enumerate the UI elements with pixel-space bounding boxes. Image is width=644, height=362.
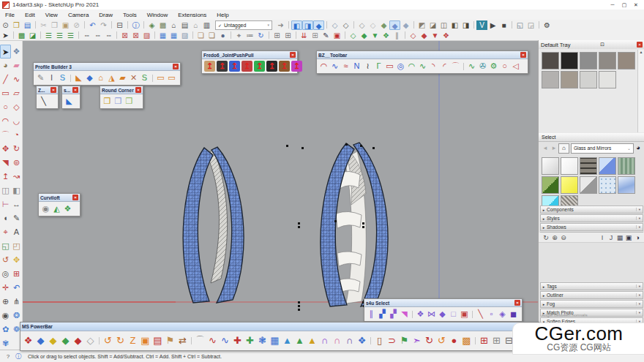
pin-icon[interactable]: ⊡ <box>600 42 604 48</box>
extension-tool-a-icon[interactable]: ❂ <box>11 309 22 323</box>
cut-icon[interactable]: ✂ <box>38 20 49 30</box>
material-swatch[interactable] <box>561 157 578 175</box>
section-menu-icon[interactable]: ▾ <box>636 216 643 220</box>
panel-section-shadows[interactable]: ▸Shadows▾ <box>540 223 643 231</box>
scene-remove-icon[interactable]: ⊖ <box>559 233 568 242</box>
grid-panel-a-icon[interactable]: ▦ <box>157 31 168 40</box>
3d-text-tool-icon[interactable]: A <box>11 225 22 239</box>
view-front-icon[interactable]: ◆ <box>313 20 324 30</box>
material-swatch[interactable] <box>580 176 597 194</box>
loop-purple-icon[interactable]: ∩ <box>318 333 331 349</box>
in-model-home-icon[interactable]: ⌂ <box>558 143 569 154</box>
arc-tool-icon[interactable]: ◠ <box>0 114 11 128</box>
style-monochrome-icon[interactable]: ◆ <box>400 20 411 30</box>
pb-extrude-icon[interactable]: ◣ <box>73 72 84 83</box>
diamond-blue-icon[interactable]: ◆ <box>34 333 47 349</box>
quad-tools-b-icon[interactable]: ◆ <box>359 31 370 40</box>
section-menu-icon[interactable]: ▾ <box>636 284 643 288</box>
scrollbar[interactable]: ▲ <box>637 50 644 132</box>
view-iso-icon[interactable]: ◧ <box>291 20 302 30</box>
bz-edit-icon[interactable]: ∿ <box>466 61 477 72</box>
s4u-line-icon[interactable]: ╲ <box>475 309 486 320</box>
pb-profile-spline-icon[interactable]: S <box>57 72 68 83</box>
pb-smart-path-icon[interactable]: S <box>139 72 150 83</box>
selection-c-icon[interactable]: ▼ <box>430 31 441 40</box>
shadow-date-icon[interactable]: ◩ <box>416 20 427 30</box>
sharp-corner-icon[interactable]: ❒ <box>113 96 124 107</box>
send-purple-icon[interactable]: ➣ <box>411 333 423 349</box>
save-icon[interactable]: ▤ <box>22 20 33 30</box>
scroll-up-icon[interactable]: ▲ <box>640 50 643 54</box>
scene-update-icon[interactable]: ↻ <box>542 233 550 242</box>
bz-bezier-icon[interactable]: ∿ <box>329 61 340 72</box>
s4u-select-faces-icon[interactable]: ▞ <box>388 309 399 320</box>
model-info-icon[interactable]: ⓘ <box>130 20 141 30</box>
bz-circle-icon[interactable]: ◎ <box>395 61 406 72</box>
material-swatch[interactable] <box>561 71 578 88</box>
magnet-red-icon[interactable]: ⊃ <box>386 333 398 349</box>
pair-diamond-icon[interactable]: ❖ <box>22 333 34 349</box>
spiral-orange-icon[interactable]: ↺ <box>102 333 114 349</box>
pb-path-icon[interactable]: ▰ <box>117 72 128 83</box>
protractor-tool-icon[interactable]: ◖ <box>0 211 11 225</box>
cart-red-icon[interactable]: ⊞ <box>478 333 490 349</box>
jpp-extrude-icon[interactable]: ↥ <box>279 61 290 72</box>
material-swatch[interactable] <box>618 52 635 69</box>
dash-a-icon[interactable]: ╍ <box>81 31 92 40</box>
erase-icon[interactable]: ⊘ <box>71 20 82 30</box>
bz-square-icon[interactable]: ▭ <box>384 61 395 72</box>
line-tool-icon[interactable]: ╱ <box>0 72 11 86</box>
s4u-select-vertical-icon[interactable]: ∥ <box>366 309 377 320</box>
undo-icon[interactable]: ↶ <box>87 20 98 30</box>
outer-shell-tool-icon[interactable]: ◫ <box>0 184 11 197</box>
rotate-orange-icon[interactable]: ↺ <box>435 333 448 349</box>
material-swatch[interactable] <box>542 176 559 194</box>
bz-arc-green-icon[interactable]: ◠ <box>406 61 417 72</box>
jpp-normal-icon[interactable]: ↥ <box>254 61 265 72</box>
extension-tool-d-icon[interactable]: ✾ <box>0 336 11 350</box>
walk-tool-icon[interactable]: ⋔ <box>11 295 22 309</box>
section-menu-icon[interactable]: ▾ <box>636 293 643 297</box>
position-camera-tool-icon[interactable]: ⊕ <box>0 295 11 309</box>
model-tower-right[interactable] <box>321 143 388 306</box>
redo-icon[interactable]: ↷ <box>98 20 109 30</box>
drop-red-icon[interactable]: ⇊ <box>299 31 310 40</box>
polygon-tool-icon[interactable]: ◇ <box>11 100 22 114</box>
frame-buffer-icon[interactable]: ◲ <box>525 20 536 30</box>
lattice-b-icon[interactable]: ⊠ <box>130 31 141 40</box>
bz-nurbs-icon[interactable]: N <box>351 61 362 72</box>
swirl-icon[interactable]: ↻ <box>255 31 266 40</box>
curve-gray-icon[interactable]: ⌒ <box>194 333 206 349</box>
material-swatch[interactable] <box>599 52 616 69</box>
bevel-icon[interactable]: ❒ <box>124 96 135 107</box>
material-swatch[interactable] <box>580 52 597 69</box>
swap-brown-icon[interactable]: ⇄ <box>176 333 189 349</box>
textured-box-icon[interactable]: ▩ <box>157 20 168 30</box>
pan-tool-icon[interactable]: ✥ <box>11 253 22 267</box>
toolbar-title-bar[interactable]: MS PowerBar <box>20 323 539 331</box>
menu-view[interactable]: View <box>40 12 63 18</box>
s4u-solid-icon[interactable]: ◼ <box>508 309 519 320</box>
loop-pink-icon[interactable]: ∩ <box>331 333 343 349</box>
bz-wrench-icon[interactable]: ⚙ <box>488 61 499 72</box>
style-wireframe-icon[interactable]: ◇ <box>356 20 367 30</box>
bz-arc2-icon[interactable]: ⌒ <box>450 61 461 72</box>
open-icon[interactable]: ❒ <box>11 20 22 30</box>
settings-gear-icon[interactable]: ⚙ <box>542 20 553 30</box>
copy-icon[interactable]: ❐ <box>49 20 60 30</box>
eraser-tool-icon[interactable]: ▰ <box>11 59 22 72</box>
render-stop-icon[interactable]: ■ <box>498 20 509 30</box>
lines-set-c-icon[interactable]: ☰ <box>65 31 76 40</box>
component-box-icon[interactable]: ◈ <box>146 20 157 30</box>
pencil-triangle-icon[interactable]: ✎ <box>321 31 332 40</box>
toolbar-title-bar[interactable]: Round Corner × <box>100 86 143 94</box>
offset-tool-icon[interactable]: ⊚ <box>11 156 22 170</box>
panel-section-fog[interactable]: ▸Fog▾ <box>540 300 643 308</box>
jpp-vector-icon[interactable]: ↥ <box>242 61 252 72</box>
s4u-frame-icon[interactable]: □ <box>448 309 459 320</box>
close-icon[interactable]: × <box>637 42 643 48</box>
scene-move-down-icon[interactable]: I <box>598 233 607 242</box>
cart-gray-icon[interactable]: ⊞ <box>490 333 503 349</box>
material-swatch[interactable] <box>618 176 635 194</box>
tape-measure-tool-icon[interactable]: ⊢ <box>0 197 11 211</box>
